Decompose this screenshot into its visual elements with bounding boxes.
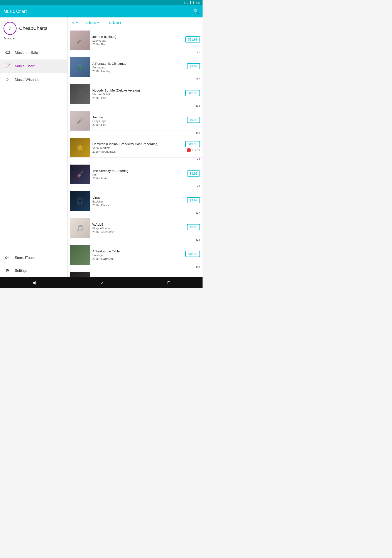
price-button-2[interactable]: $9.99 <box>187 63 200 69</box>
rank-row-2: ▼2 <box>68 77 203 81</box>
settings-label: Settings <box>15 269 27 273</box>
cover-art-icon: 🎵 <box>70 245 90 265</box>
album-right-3: $12.99 <box>180 90 200 98</box>
filter-bar: All ▾ Albums ▾ Ranking ▾ <box>68 17 203 28</box>
album-info-6: The Serenity of Suffering Korn 2016 • Me… <box>90 168 180 181</box>
rank-row-9: ▶9 <box>68 265 203 269</box>
album-artist-6: Korn <box>92 173 178 176</box>
album-info-5: Hamilton (Original Broadway Cast Recordi… <box>90 141 180 154</box>
store-item[interactable]: 🛍 Store: iTunes <box>0 251 67 264</box>
home-button[interactable]: ○ <box>96 278 107 287</box>
album-cover-5: ⭐ <box>70 138 90 157</box>
price-button-5[interactable]: $19.99 <box>185 141 200 147</box>
album-title-2: A Pentatonix Christmas <box>92 62 178 65</box>
album-meta-6: 2016 • Metal <box>92 177 178 180</box>
filter-albums-arrow: ▾ <box>97 21 99 24</box>
recent-button[interactable]: □ <box>163 278 174 287</box>
sidebar-spacer <box>0 87 67 251</box>
album-cover-3: 🎵 <box>70 84 90 104</box>
sale-icon: 🏷 <box>4 50 10 56</box>
filter-ranking-label: Ranking <box>108 21 119 24</box>
cover-art-icon: ⭐ <box>70 138 90 157</box>
album-artist-4: Lady Gaga <box>92 119 178 123</box>
album-item-10[interactable]: 🎵 You Want It Darker Leonard Cohen 2016 … <box>68 269 203 277</box>
album-info-4: Joanne Lady Gaga 2016 • Pop <box>90 114 180 127</box>
album-artist-9: Solange <box>92 253 178 257</box>
album-item-2[interactable]: 🎄 A Pentatonix Christmas Pentatonix 2016… <box>68 55 203 77</box>
album-right-5: $19.99 ! $17.99 <box>180 141 200 154</box>
album-item-8[interactable]: 🎵 WALLS Kings of Leon 2016 • Alternative… <box>68 216 203 238</box>
album-cover-4: 🎤 <box>70 111 90 131</box>
price-button-9[interactable]: $10.99 <box>185 251 200 257</box>
filter-all[interactable]: All ▾ <box>72 21 78 24</box>
cover-art-icon: 🎧 <box>70 191 90 211</box>
price-button-4[interactable]: $9.99 <box>187 117 200 123</box>
main-layout: ♪ CheapCharts Music ▾ 🏷 Music on Sale 📈 … <box>0 17 203 277</box>
rank-badge-2: ▼2 <box>196 78 200 81</box>
music-dropdown[interactable]: Music ▾ <box>3 37 14 40</box>
price-button-1[interactable]: $11.99 <box>185 36 200 43</box>
album-cover-9: 🎵 <box>70 245 90 265</box>
album-meta-8: 2016 • Alternative <box>92 230 178 234</box>
filter-albums[interactable]: Albums ▾ <box>86 21 99 24</box>
album-right-1: $11.99 <box>180 36 200 44</box>
album-item-4[interactable]: 🎤 Joanne Lady Gaga 2016 • Pop $9.99 <box>68 108 203 131</box>
rank-badge-6: ▼6 <box>196 185 200 188</box>
filter-ranking[interactable]: Ranking ▾ <box>108 21 121 24</box>
album-right-7: $9.99 <box>180 197 200 205</box>
album-item-5[interactable]: ⭐ Hamilton (Original Broadway Cast Recor… <box>68 135 203 157</box>
album-item-1[interactable]: 🎤 Joanne (Deluxe) Lady Gaga 2016 • Pop $… <box>68 28 203 50</box>
albums-list: 🎤 Joanne (Deluxe) Lady Gaga 2016 • Pop $… <box>68 28 203 277</box>
price-button-8[interactable]: $9.99 <box>187 224 200 230</box>
cover-art-icon: 🎤 <box>70 111 90 131</box>
cover-art-icon: 🎤 <box>70 31 90 50</box>
album-item-3[interactable]: 🎵 Nobody But Me (Deluxe Version) Michael… <box>68 81 203 104</box>
nav-label-chart: Music Chart <box>15 64 35 69</box>
rank-badge-4: ▶4 <box>196 131 200 134</box>
album-meta-9: 2016 • R&B/Soul <box>92 257 178 261</box>
cover-art-icon: 🎵 <box>70 272 90 277</box>
album-right-6: $9.99 <box>180 170 200 178</box>
sidebar-divider <box>0 44 67 44</box>
album-title-1: Joanne (Deluxe) <box>92 35 178 39</box>
price-button-7[interactable]: $9.99 <box>187 197 200 203</box>
album-title-9: A Seat at the Table <box>92 249 178 253</box>
album-title-7: Virus <box>92 196 178 200</box>
chevron-down-icon: ▾ <box>13 37 14 40</box>
album-info-7: Virus Excision 2016 • Dance <box>90 195 180 208</box>
price-button-6[interactable]: $9.99 <box>187 170 200 176</box>
album-artist-1: Lady Gaga <box>92 39 178 42</box>
music-label: Music <box>4 37 12 40</box>
rank-badge-8: ▶8 <box>196 238 200 242</box>
signal-icon: ▐ <box>189 1 191 4</box>
album-item-9[interactable]: 🎵 A Seat at the Table Solange 2016 • R&B… <box>68 242 203 265</box>
filter-all-arrow: ▾ <box>76 21 78 24</box>
nav-label-wishlist: Music Wish List <box>15 78 41 82</box>
filter-albums-label: Albums <box>86 21 97 24</box>
rank-badge-5: ▼5 <box>196 158 200 161</box>
sidebar-item-sale[interactable]: 🏷 Music on Sale <box>0 46 67 60</box>
cover-art-icon: 🎵 <box>70 84 90 104</box>
rank-badge-7: ▶7 <box>196 212 200 215</box>
album-title-10: You Want It Darker <box>92 276 178 278</box>
sidebar-item-chart[interactable]: 📈 Music Chart <box>0 60 67 73</box>
brand-name: CheapCharts <box>19 26 47 31</box>
cover-art-icon: 🎄 <box>70 57 90 77</box>
price-button-3[interactable]: $12.99 <box>185 90 200 96</box>
sidebar-item-wishlist[interactable]: ☆ Music Wish List <box>0 73 67 87</box>
search-button[interactable]: 🔍 <box>193 9 199 14</box>
album-title-4: Joanne <box>92 115 178 119</box>
content-area: All ▾ Albums ▾ Ranking ▾ 🎤 Joanne (Delux… <box>68 17 203 277</box>
nav-label-sale: Music on Sale <box>15 51 38 55</box>
album-right-4: $9.99 <box>180 117 200 125</box>
settings-item[interactable]: ⚙ Settings <box>0 264 67 277</box>
album-info-1: Joanne (Deluxe) Lady Gaga 2016 • Pop <box>90 34 180 47</box>
album-item-7[interactable]: 🎧 Virus Excision 2016 • Dance $9.99 <box>68 189 203 211</box>
album-info-8: WALLS Kings of Leon 2016 • Alternative <box>90 222 180 235</box>
album-title-6: The Serenity of Suffering <box>92 169 178 173</box>
bottom-nav: ◀ ○ □ <box>0 277 203 288</box>
back-button[interactable]: ◀ <box>28 278 40 287</box>
album-meta-5: 2015 • Soundtrack <box>92 150 178 153</box>
album-right-9: $10.99 <box>180 251 200 259</box>
album-item-6[interactable]: 🎸 The Serenity of Suffering Korn 2016 • … <box>68 162 203 184</box>
